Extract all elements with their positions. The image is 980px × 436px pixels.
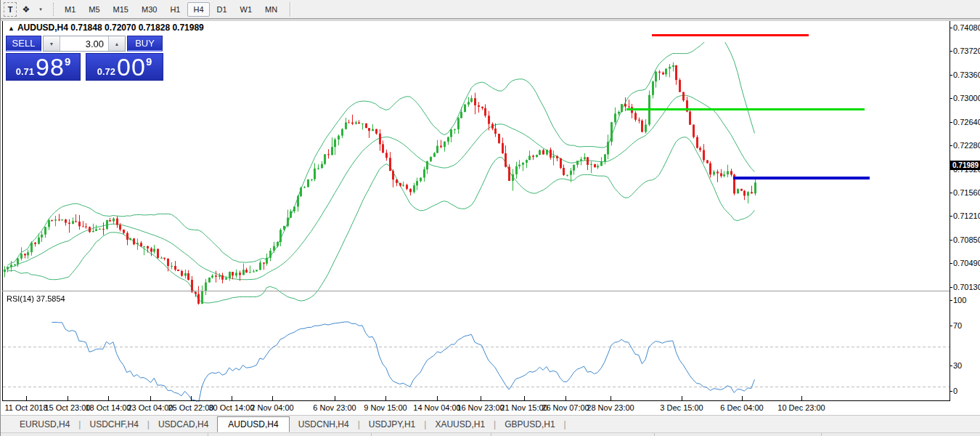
time-axis-tick [68, 396, 68, 400]
time-axis-label: 15 Oct 23:00 [45, 403, 91, 412]
rsi-axis-label: 100 [953, 296, 980, 304]
price-axis-tick [950, 98, 952, 99]
price-axis-label: 0.74080 [953, 23, 980, 32]
support-line[interactable] [733, 177, 870, 179]
time-axis-tick [437, 396, 438, 400]
chart-tab-usdchf[interactable]: USDCHF,H4 [81, 417, 147, 432]
timeframe-button-m15[interactable]: M15 [107, 2, 134, 17]
time-axis-label: 21 Nov 15:00 [500, 403, 547, 412]
chart-tab-usdjpy[interactable]: USDJPY,H1 [360, 417, 424, 432]
price-axis-label: 0.70490 [953, 259, 980, 267]
chart-title: ▲AUDUSD,H4 0.71848 0.72070 0.71828 0.719… [8, 23, 204, 33]
time-axis-line [2, 400, 950, 401]
time-axis-label: 11 Oct 2018 [4, 403, 47, 412]
time-axis-tick [611, 396, 611, 400]
chart-tab-usdcnh[interactable]: USDCNH,H4 [290, 417, 358, 432]
current-price-tag: 0.71989 [950, 161, 980, 170]
time-axis-tick [565, 396, 566, 400]
status-bar [1, 432, 980, 436]
price-axis-line [950, 21, 950, 401]
timeframe-button-m5[interactable]: M5 [83, 2, 105, 17]
timeframe-button-m1[interactable]: M1 [59, 2, 81, 17]
chart-tab-xauusd[interactable]: XAUUSD,H1 [426, 417, 494, 432]
time-axis-tick [335, 396, 335, 400]
timeframe-button-h4[interactable]: H4 [187, 2, 209, 17]
sell-price-prefix: 0.71 [16, 65, 34, 78]
time-axis-label: 25 Oct 22:00 [168, 403, 214, 412]
time-axis-label: 10 Dec 23:00 [777, 403, 825, 412]
time-axis-label: 18 Oct 14:00 [86, 403, 131, 412]
buy-price-prefix: 0.72 [97, 65, 115, 78]
status-bar-divider [821, 433, 822, 436]
sell-quote-button[interactable]: 0.71 98 9 [6, 53, 81, 81]
status-bar-divider [371, 433, 372, 436]
rsi-axis-label: 0 [953, 387, 980, 395]
time-axis-label: 9 Nov 15:00 [364, 403, 407, 412]
price-axis-label: 0.70130 [953, 283, 980, 291]
rsi-axis-label: 30 [953, 361, 980, 370]
chart-tab-audusd[interactable]: AUDUSD,H4 [217, 416, 289, 432]
volume-input[interactable]: 3.00 [60, 36, 108, 51]
status-bar-divider [491, 433, 491, 436]
timeframe-button-mn[interactable]: MN [259, 2, 283, 17]
rsi-axis-label: 70 [953, 321, 980, 330]
sell-button[interactable]: SELL [6, 36, 41, 52]
time-axis-tick [682, 396, 682, 400]
buy-price-pip: 9 [146, 55, 152, 68]
indicator-pane-separator[interactable] [2, 291, 950, 291]
chart-left-border [2, 21, 3, 401]
timeframe-button-d1[interactable]: D1 [211, 2, 233, 17]
price-axis-label: 0.71560 [953, 188, 980, 197]
price-axis-label: 0.73720 [953, 47, 980, 55]
price-axis-label: 0.71210 [953, 211, 980, 220]
arrows-tool-icon[interactable]: ❖ [20, 2, 33, 17]
time-axis-label: 2 Nov 04:00 [250, 403, 293, 412]
price-axis-tick [950, 287, 952, 288]
resistance-line[interactable] [652, 34, 809, 36]
chart-tab-usdcad[interactable]: USDCAD,H4 [150, 417, 217, 432]
timeframe-bar: M1M5M15M30H1H4D1W1MN [58, 0, 284, 19]
toolbar: T ❖ ▾ M1M5M15M30H1H4D1W1MN [1, 0, 980, 19]
buy-price-big: 00 [117, 56, 146, 78]
time-axis-label: 23 Oct 04:00 [128, 403, 173, 412]
rsi-indicator-label: RSI(14) 37.5854 [7, 294, 65, 303]
time-axis-label: 30 Oct 14:00 [209, 403, 255, 412]
one-click-trading-panel: SELL ▼ 3.00 ▲ BUY 0.71 98 9 0.72 00 9 [6, 36, 165, 81]
price-axis-label: 0.72640 [953, 118, 980, 126]
sell-price-big: 98 [36, 56, 65, 78]
volume-decrease-icon[interactable]: ▼ [44, 36, 60, 51]
time-axis[interactable]: 11 Oct 201815 Oct 23:0018 Oct 14:0023 Oc… [1, 402, 980, 415]
rsi-axis-tick [950, 300, 952, 301]
timeframe-button-m30[interactable]: M30 [136, 2, 163, 17]
chart-tab-eurusd[interactable]: EURUSD,H4 [11, 417, 78, 432]
time-axis-tick [801, 396, 802, 400]
buy-button[interactable]: BUY [127, 36, 163, 52]
price-axis-tick [950, 240, 952, 241]
arrows-tool-dropdown-icon[interactable]: ▾ [34, 2, 47, 17]
volume-increase-icon[interactable]: ▲ [108, 36, 125, 51]
price-axis-tick [950, 263, 952, 264]
price-axis-tick [950, 51, 952, 52]
time-axis-tick [191, 396, 192, 400]
time-axis-tick [524, 396, 525, 400]
mid-level-line[interactable] [626, 108, 865, 110]
buy-quote-button[interactable]: 0.72 00 9 [86, 53, 163, 81]
sell-price-pip: 9 [65, 55, 70, 68]
rsi-axis-tick [950, 391, 952, 392]
candlestick-chart-canvas[interactable] [3, 42, 950, 422]
timeframe-button-w1[interactable]: W1 [234, 2, 258, 17]
time-axis-label: 6 Dec 04:00 [720, 403, 763, 412]
time-axis-label: 26 Nov 07:00 [542, 403, 589, 412]
toolbar-separator [290, 2, 291, 17]
price-axis-tick [950, 193, 952, 193]
time-axis-label: 14 Nov 04:00 [413, 403, 460, 412]
timeframe-button-h1[interactable]: H1 [164, 2, 186, 17]
price-axis-label: 0.73360 [953, 70, 980, 79]
rsi-axis-tick [950, 366, 952, 366]
text-label-tool-icon[interactable]: T [4, 2, 17, 17]
time-axis-tick [385, 396, 386, 400]
time-axis-label: 6 Nov 23:00 [313, 403, 356, 412]
chart-tab-bar: EURUSD,H4|USDCHF,H4|USDCAD,H4AUDUSD,H4US… [1, 415, 980, 432]
rsi-axis-tick [950, 326, 952, 326]
chart-tab-gbpusd[interactable]: GBPUSD,H1 [496, 417, 563, 432]
